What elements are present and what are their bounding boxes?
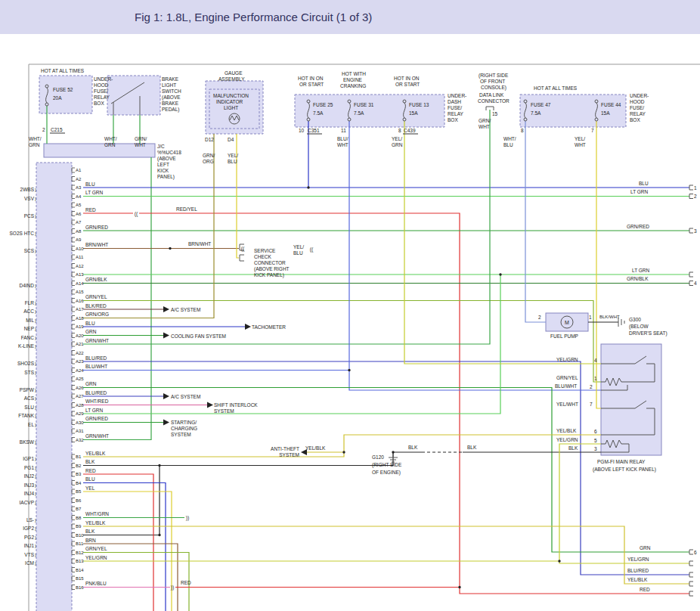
wire-a16-grnyel — [83, 301, 601, 383]
pin-bracket-icon — [72, 255, 75, 259]
diagram-label: 7 — [590, 402, 593, 407]
pin-bracket-icon — [72, 394, 75, 399]
terminal-bracket-icon — [689, 185, 693, 190]
diagram-label: 4 — [694, 281, 697, 286]
pin-bracket-icon — [72, 464, 75, 468]
ecm-pin-id: A3 — [76, 185, 82, 190]
diagram-label: G300 — [629, 317, 641, 322]
pin-bracket-icon — [72, 524, 75, 529]
diagram-label: WHT/ — [104, 136, 117, 141]
diagram-label: ORG — [203, 159, 214, 164]
terminal-bracket-icon — [689, 591, 693, 596]
junction-dot — [348, 369, 350, 371]
junction-dot — [558, 560, 560, 562]
ecm-pin-id: A11 — [76, 255, 84, 259]
diagram-label: G120 — [372, 454, 384, 460]
diagram-label: ASSEMBLY — [218, 76, 245, 82]
diagram-label: RED — [181, 580, 191, 585]
pin-bracket-icon — [72, 438, 75, 442]
brace-icon: } — [35, 457, 36, 461]
ecm-signal-label: ACC — [23, 309, 34, 314]
diagram-label: PGM-FI MAIN RELAY — [597, 459, 646, 464]
wire-color-label: WHT/RED — [85, 399, 109, 404]
brace-icon: } — [35, 301, 36, 306]
brace-icon: } — [35, 396, 36, 401]
pin-bracket-icon — [72, 212, 75, 216]
diagram-label: 3 — [594, 446, 597, 451]
diagram-label: YEL/GRN — [556, 437, 578, 442]
diagram-label: SERVICE — [254, 248, 276, 253]
ecm-pin-id: B9 — [76, 524, 82, 529]
diagram-label: 2 — [590, 384, 593, 389]
diagram-label: GRN/ — [135, 136, 147, 141]
terminal-bracket-icon — [689, 572, 693, 577]
diagram-label: GAUGE — [225, 70, 243, 76]
diagram-label: BLU — [228, 159, 237, 164]
arrow-icon — [245, 324, 251, 330]
ecm-pin-id: B14 — [76, 568, 84, 572]
ecm-pin-id: B10 — [76, 533, 84, 538]
pin-bracket-icon — [72, 247, 75, 251]
wire-color-label: LT GRN — [85, 408, 104, 413]
diagram-label: GRN — [104, 142, 116, 147]
diagram-label: HOOD — [630, 99, 645, 104]
diagram-label: 8 — [398, 128, 401, 133]
diagram-label: ENGINE — [343, 77, 363, 82]
brake-switch-box — [107, 76, 160, 115]
brace-icon: } — [35, 405, 36, 410]
brace-icon: } — [35, 361, 36, 366]
terminal-bracket-icon — [689, 281, 693, 286]
wire-color-label: BLK — [85, 529, 95, 534]
ecm-pin-id: B13 — [76, 559, 84, 563]
ecm-pin-id: A18 — [76, 316, 84, 321]
wire-color-label: GRN/ORG — [85, 312, 109, 317]
brace-icon: } — [35, 423, 36, 427]
ecm-pin-id: B5 — [76, 489, 82, 494]
ecm-signal-label: INJ3 — [24, 482, 35, 488]
wire-color-label: BLU — [85, 321, 95, 326]
brace-icon: } — [35, 231, 36, 236]
terminal-bracket-icon — [689, 550, 693, 554]
wire-b2-blk-1 — [83, 452, 422, 466]
diagram-label: 1 — [589, 315, 592, 320]
diagram-label: CONSOLE) — [481, 85, 506, 91]
pin-bracket-icon — [72, 541, 75, 546]
diagram-label: 1 — [694, 185, 697, 191]
wire-color-label: BRN/WHT — [85, 242, 108, 247]
brace-icon: } — [35, 483, 36, 488]
brace-icon: } — [35, 544, 36, 548]
connector-icon: )) — [186, 515, 190, 521]
pin-bracket-icon — [72, 168, 75, 172]
pin-bracket-icon — [72, 333, 75, 338]
brace-icon: } — [35, 466, 36, 470]
ecm-signal-label: PCS — [24, 213, 35, 219]
diagram-label: BLK — [568, 445, 578, 451]
ecm-pin-id: A28 — [76, 403, 84, 408]
junction-dot — [169, 247, 171, 250]
wire-color-label: YEL/BLK — [85, 451, 106, 456]
pin-bracket-icon — [72, 481, 75, 485]
pin-bracket-icon — [72, 290, 75, 294]
ecm-pin-id: B3 — [76, 472, 82, 476]
ecm-signal-label: VTS — [24, 552, 34, 557]
ecm-signal-label: INJ1 — [24, 543, 35, 548]
ecm-pin-id: B15 — [76, 576, 84, 581]
diagram-label: FUSE/ — [448, 105, 462, 110]
pin-bracket-icon — [72, 237, 75, 242]
wire-color-label: YEL — [85, 485, 95, 491]
pin-bracket-icon — [72, 359, 75, 364]
brace-icon: } — [35, 309, 36, 314]
terminal-bracket-icon — [689, 228, 693, 233]
pin-bracket-icon — [72, 386, 75, 390]
terminal-bracket-icon — [689, 194, 693, 199]
wire-color-label: LT GRN — [85, 190, 104, 195]
ecm-pin-id: A25 — [76, 377, 84, 381]
pin-bracket-icon — [72, 403, 75, 408]
diagram-label: ANTI-THEFT — [271, 446, 299, 451]
ecm-signal-label: EL — [28, 422, 34, 427]
diagram-label: LT GRN — [632, 268, 650, 273]
junction-dot — [458, 586, 460, 588]
diagram-label: SWITCH — [162, 88, 181, 94]
pin-bracket-icon — [72, 229, 75, 234]
pin-bracket-icon — [72, 377, 75, 381]
